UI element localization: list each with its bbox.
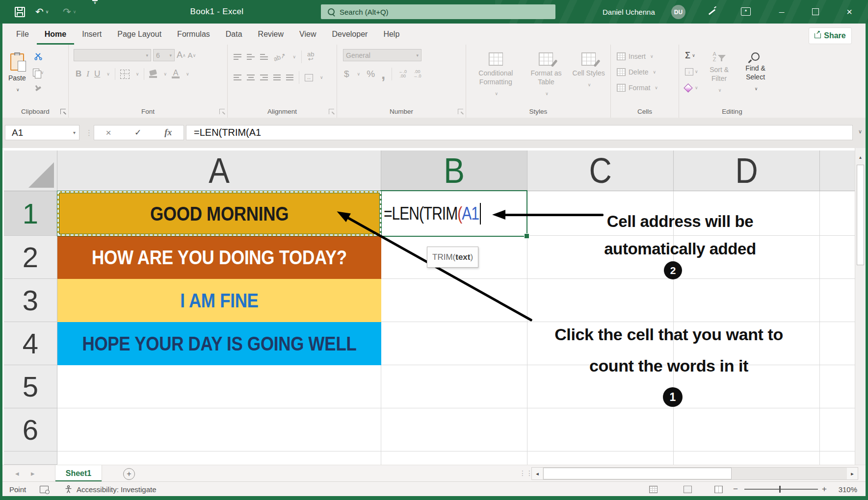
middle-align-button[interactable] xyxy=(247,54,255,60)
insert-cells-button[interactable]: Insert∨ xyxy=(617,50,679,62)
zoom-out-glyph[interactable]: − xyxy=(733,482,738,497)
vertical-scroll-thumb[interactable] xyxy=(857,165,864,265)
expand-formula-bar-icon[interactable]: ∨ xyxy=(858,128,862,135)
autosum-button[interactable]: Σ∨ xyxy=(685,50,698,61)
horizontal-scroll-thumb[interactable] xyxy=(543,468,732,479)
prev-sheet-button[interactable]: ◂ xyxy=(15,465,19,482)
align-center-button[interactable] xyxy=(247,75,255,80)
cell-b6[interactable] xyxy=(381,408,527,451)
sort-filter-button[interactable]: AZ Sort & Filter ∨ xyxy=(703,50,736,95)
column-header-c[interactable]: C xyxy=(527,150,674,191)
bottom-align-button[interactable] xyxy=(260,54,268,60)
scroll-left-icon[interactable]: ◂ xyxy=(532,468,543,479)
row-header-6[interactable]: 6 xyxy=(4,408,57,451)
orientation-chevron-icon[interactable]: ∨ xyxy=(292,54,296,59)
account-name[interactable]: Daniel Uchenna xyxy=(603,0,655,24)
format-painter-button[interactable] xyxy=(33,83,44,95)
row-header-partial[interactable] xyxy=(4,451,57,465)
underline-chevron-icon[interactable]: ∨ xyxy=(106,72,110,76)
clipboard-dialog-launcher[interactable] xyxy=(60,109,66,114)
cell-e4[interactable] xyxy=(820,322,855,365)
new-sheet-button[interactable]: + xyxy=(123,468,135,480)
tab-home[interactable]: Home xyxy=(37,24,74,45)
conditional-formatting-button[interactable]: Conditional Formatting ∨ xyxy=(470,48,521,98)
top-align-button[interactable] xyxy=(234,54,241,60)
page-break-view-button[interactable] xyxy=(714,482,723,497)
worksheet-grid[interactable]: A B C D 1 2 3 4 5 6 GOOD MORNING HOW ARE… xyxy=(2,148,855,465)
decrease-indent-button[interactable] xyxy=(273,75,281,80)
comma-format-button[interactable]: , xyxy=(381,68,385,80)
borders-chevron-icon[interactable]: ∨ xyxy=(136,72,139,76)
italic-button[interactable]: I xyxy=(86,68,89,80)
row-header-5[interactable]: 5 xyxy=(4,365,57,408)
tab-file[interactable]: File xyxy=(8,24,37,45)
number-format-combo[interactable]: General▾ xyxy=(343,49,421,61)
orientation-button[interactable]: ab↗ xyxy=(272,49,288,64)
row-header-3[interactable]: 3 xyxy=(4,279,57,322)
cell-d7[interactable] xyxy=(674,451,820,465)
fill-handle[interactable] xyxy=(524,233,529,239)
underline-button[interactable]: U xyxy=(94,68,100,80)
font-size-combo[interactable]: 6▾ xyxy=(153,49,175,61)
name-box-arrow-icon[interactable]: ▾ xyxy=(73,130,76,135)
sheet-tab-sheet1[interactable]: Sheet1 xyxy=(55,465,102,482)
font-dialog-launcher[interactable] xyxy=(219,109,225,114)
horizontal-scrollbar[interactable]: ◂ ▸ xyxy=(531,467,858,480)
paste-button[interactable]: Paste ∨ xyxy=(8,49,26,95)
formula-input[interactable]: =LEN(TRIM(A1 xyxy=(186,125,853,140)
font-name-combo[interactable]: ▾ xyxy=(74,49,151,61)
decrease-font-size-button[interactable]: A∨ xyxy=(188,50,196,61)
minimize-button[interactable]: ─ xyxy=(770,0,793,24)
alignment-dialog-launcher[interactable] xyxy=(329,109,334,114)
search-input[interactable]: Search (Alt+Q) xyxy=(321,4,555,19)
cell-a5[interactable] xyxy=(57,365,381,408)
cell-c6[interactable] xyxy=(527,408,674,451)
delete-cells-button[interactable]: Delete∨ xyxy=(617,66,679,78)
insert-function-button[interactable]: fx xyxy=(164,127,172,138)
find-select-button[interactable]: Find & Select ∨ xyxy=(740,50,771,95)
cell-c7[interactable] xyxy=(527,451,674,465)
share-button[interactable]: Share xyxy=(809,27,852,44)
cell-e1[interactable] xyxy=(820,191,855,236)
cell-e5[interactable] xyxy=(820,365,855,408)
row-header-2[interactable]: 2 xyxy=(4,236,57,279)
close-button[interactable]: × xyxy=(838,0,861,24)
customize-quick-access-button[interactable]: ∨ xyxy=(92,0,98,24)
redo-button[interactable]: ↷∨ xyxy=(63,0,76,24)
cancel-entry-button[interactable]: × xyxy=(106,127,111,138)
zoom-slider-handle[interactable] xyxy=(779,486,781,493)
inking-pen-icon[interactable] xyxy=(707,7,717,17)
column-header-partial[interactable] xyxy=(820,150,855,191)
column-header-b[interactable]: B xyxy=(381,150,527,191)
align-right-button[interactable] xyxy=(260,75,268,80)
cell-e2[interactable] xyxy=(820,236,855,279)
page-layout-view-button[interactable] xyxy=(684,482,692,497)
tab-insert[interactable]: Insert xyxy=(74,24,109,45)
number-dialog-launcher[interactable] xyxy=(458,109,463,114)
clear-button[interactable]: ∨ xyxy=(685,82,698,94)
cell-b5[interactable] xyxy=(381,365,527,408)
cell-c3[interactable] xyxy=(527,279,674,322)
cell-b7[interactable] xyxy=(381,451,527,465)
percent-format-button[interactable]: % xyxy=(367,68,375,80)
currency-chevron-icon[interactable]: ∨ xyxy=(357,72,361,76)
avatar[interactable]: DU xyxy=(671,5,685,19)
accessibility-checker[interactable]: Accessibility: Investigate xyxy=(64,482,157,497)
cell-a2[interactable]: HOW ARE YOU DOING TODAY? xyxy=(57,236,381,279)
cell-styles-button[interactable]: Cell Styles ∨ xyxy=(571,48,606,98)
cut-button[interactable] xyxy=(33,50,44,62)
align-left-button[interactable] xyxy=(234,75,241,80)
cell-d3[interactable] xyxy=(674,279,820,322)
row-header-4[interactable]: 4 xyxy=(4,322,57,365)
tab-data[interactable]: Data xyxy=(218,24,250,45)
cell-e6[interactable] xyxy=(820,408,855,451)
row-header-1[interactable]: 1 xyxy=(4,191,57,236)
name-box[interactable]: A1 ▾ xyxy=(5,125,79,140)
font-color-button[interactable]: A xyxy=(172,68,180,80)
format-as-table-button[interactable]: Format as Table ∨ xyxy=(524,48,569,98)
cell-a4[interactable]: HOPE YOUR DAY IS GOING WELL xyxy=(57,322,381,365)
vertical-scrollbar[interactable]: ▴ xyxy=(855,148,866,465)
tab-developer[interactable]: Developer xyxy=(324,24,375,45)
cell-e3[interactable] xyxy=(820,279,855,322)
increase-indent-button[interactable] xyxy=(286,75,293,80)
